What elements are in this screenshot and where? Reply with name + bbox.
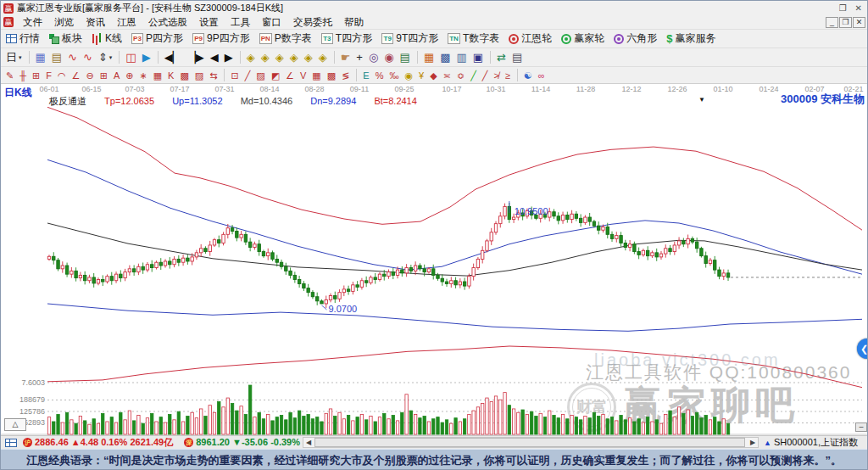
scroll-right-icon[interactable]: ▶	[748, 438, 758, 447]
tool-ray-red-icon[interactable]: ╱	[482, 68, 488, 83]
mdi-minimize-button[interactable]: _	[826, 17, 838, 28]
axis-scale-icon[interactable]: ⇕	[98, 50, 108, 65]
t9-square-button[interactable]: T99T四方形	[381, 31, 438, 46]
draw-v-icon[interactable]: V	[300, 68, 306, 83]
mdi-restore-button[interactable]: ❐	[839, 17, 852, 28]
step-back-icon[interactable]: ◀	[210, 50, 219, 65]
tool-level-icon[interactable]: ≍	[443, 68, 451, 83]
menu-窗口[interactable]: 窗口	[256, 16, 287, 29]
gann-diamond-4-icon[interactable]: ◈	[290, 50, 298, 65]
menu-工具[interactable]: 工具	[225, 16, 256, 29]
menu-江恩[interactable]: 江恩	[111, 16, 142, 29]
pan-hand-icon[interactable]: ☛	[341, 50, 351, 65]
t-square-button[interactable]: T3T四方形	[321, 31, 372, 46]
draw-arc-icon[interactable]: ◠	[58, 68, 66, 83]
tool-trend2-icon[interactable]: ≥	[505, 68, 510, 83]
magnifier-icon[interactable]: ◉	[384, 50, 393, 65]
winner-wheel-button[interactable]: 赢家轮	[561, 31, 604, 46]
calculator-icon[interactable]: ▩	[440, 50, 450, 65]
draw-compress-icon[interactable]: ⇆	[209, 68, 217, 83]
draw-sheet-icon[interactable]: ▦	[312, 68, 320, 83]
jump-last-icon[interactable]: ▕▶	[187, 50, 204, 65]
draw-k-mark-icon[interactable]: K	[168, 68, 174, 83]
menu-资讯[interactable]: 资讯	[80, 16, 111, 29]
menu-帮助[interactable]: 帮助	[338, 16, 370, 29]
p-square-button[interactable]: P3P四方形	[131, 31, 183, 46]
infinity-icon[interactable]: ∞	[538, 68, 545, 83]
printer-icon[interactable]: ▤	[512, 50, 522, 65]
gann-diamond-5-icon[interactable]: ◈	[304, 50, 313, 65]
chart-info-icon[interactable]: ▤	[52, 50, 62, 65]
menu-交易委托[interactable]: 交易委托	[287, 16, 338, 29]
tool-percent-icon[interactable]: %	[376, 68, 384, 83]
line-chart-icon[interactable]: ∿	[68, 50, 77, 65]
draw-grid-wide-icon[interactable]: ▨	[195, 68, 203, 83]
draw-shade-icon[interactable]: ◩	[271, 68, 280, 83]
restore-button[interactable]: ❐	[839, 3, 847, 13]
draw-sheet2-icon[interactable]: ▩	[327, 68, 336, 83]
menu-浏览[interactable]: 浏览	[48, 16, 80, 29]
pane-toggle-button[interactable]: △	[4, 418, 26, 431]
axis-scale-icon-arrow[interactable]: ▾	[109, 54, 113, 61]
draw-grid-dense-icon[interactable]: ▩	[180, 68, 188, 83]
period-daily-dropdown[interactable]: 日	[6, 50, 17, 65]
gann-diamond-1-icon[interactable]: ◈	[247, 50, 255, 65]
gann-wheel-button[interactable]: 江恩轮	[509, 31, 552, 46]
tool-ray-green-icon[interactable]: ╱	[470, 68, 476, 83]
draw-circle-cross-icon[interactable]: ⊕	[125, 68, 133, 83]
gann-diamond-6-icon[interactable]: ◈	[319, 50, 327, 65]
draw-angle-pen-icon[interactable]: ∠	[72, 68, 81, 83]
draw-grid-n2-icon[interactable]: ⊞	[100, 68, 108, 83]
draw-angle2-icon[interactable]: ∠	[286, 68, 294, 83]
draw-star-icon[interactable]: ∗	[139, 68, 147, 83]
draw-f-tool-icon[interactable]: F	[46, 68, 52, 83]
chart-image-icon[interactable]: ▦	[36, 50, 46, 65]
line-chart2-icon[interactable]: ∿	[83, 50, 92, 65]
save-disk-icon[interactable]: ▣	[473, 50, 483, 65]
period-daily-dropdown-arrow[interactable]: ▾	[19, 54, 22, 61]
draw-grid-h-icon[interactable]: ╫	[19, 68, 26, 83]
scrollbar-thumb[interactable]	[314, 438, 745, 447]
scroll-left-icon[interactable]: ◀	[303, 438, 314, 447]
tool-diamond-icon[interactable]: ◆	[430, 68, 437, 83]
annotate-icon[interactable]: ▤	[400, 50, 410, 65]
draw-a-tool-icon[interactable]: A	[114, 68, 120, 83]
crosshair-icon[interactable]: +	[356, 50, 363, 65]
kline-button[interactable]: K线	[92, 31, 122, 46]
draw-ellipse-icon[interactable]: ⊖	[86, 68, 93, 83]
draw-rays-icon[interactable]: ╱	[245, 68, 251, 83]
play-forward-icon[interactable]: ▶	[142, 50, 151, 65]
report-form-icon[interactable]: ▥	[456, 50, 466, 65]
kline-chart[interactable]: 7.60031886791257866289310.95009.0700	[1, 84, 868, 435]
calendar-icon[interactable]: ▦	[424, 50, 434, 65]
collapse-button[interactable]: –	[855, 422, 867, 432]
jump-first-icon[interactable]: ◀▏	[164, 50, 181, 65]
chart-area[interactable]: 日K线 06-0106-1507-0307-1707-3108-1408-280…	[1, 84, 868, 435]
winner-service-button[interactable]: $赢家服务	[666, 31, 715, 46]
kline-style-icon[interactable]: ◫	[125, 50, 136, 65]
hexagon-button[interactable]: 六角形	[614, 31, 657, 46]
draw-fan-icon[interactable]: ▨	[256, 68, 264, 83]
menu-设置[interactable]: 设置	[193, 16, 225, 29]
gann-diamond-3-icon[interactable]: ◈	[275, 50, 284, 65]
tool-gold-circle-icon[interactable]: ◉	[404, 68, 413, 83]
draw-waves-icon[interactable]: ≶	[342, 68, 349, 83]
zoom-tool-icon[interactable]: ◎	[369, 50, 378, 65]
draw-gann-box-icon[interactable]: ⊡	[231, 68, 238, 83]
close-button[interactable]: ✕	[855, 3, 862, 13]
sectors-button[interactable]: 板块	[49, 31, 82, 46]
tool-permille-icon[interactable]: ‰	[389, 68, 398, 83]
tool-full-icon[interactable]: ≎	[457, 68, 465, 83]
quote-grid-icon[interactable]	[5, 439, 17, 447]
tool-gold-icon[interactable]: ¥	[419, 68, 424, 83]
yin-yang-icon[interactable]: ☯	[524, 68, 532, 83]
mdi-close-button[interactable]: ✕	[853, 17, 865, 28]
menu-文件[interactable]: 文件	[17, 16, 48, 29]
horizontal-scrollbar[interactable]: ◀ ▶	[303, 437, 759, 448]
p-number-table-button[interactable]: PNP数字表	[259, 31, 312, 46]
quotes-button[interactable]: 行情	[6, 31, 40, 46]
net-sync-icon[interactable]: ⇄	[497, 50, 506, 65]
step-forward-icon[interactable]: ▶	[225, 50, 233, 65]
tool-trend-icon[interactable]: ≯	[493, 68, 498, 83]
index-selector-cell[interactable]: ▲ SH000001,上证指数	[764, 436, 868, 449]
